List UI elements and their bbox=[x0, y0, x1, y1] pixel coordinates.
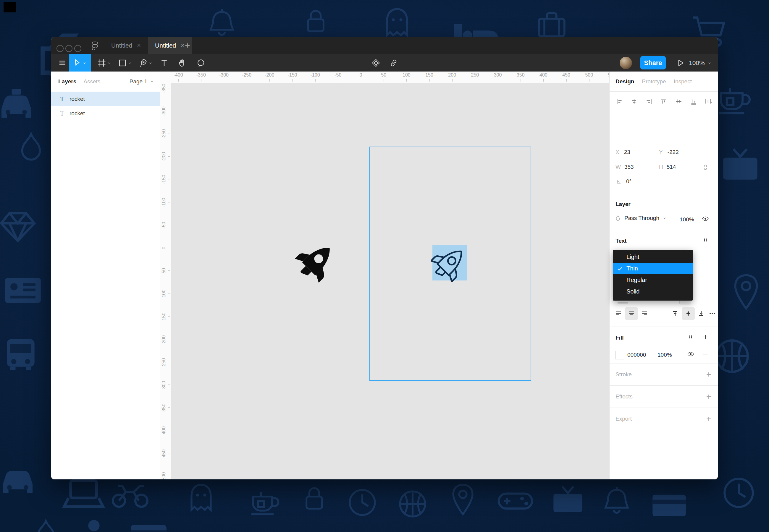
text-align-left-button[interactable] bbox=[612, 307, 625, 320]
add-stroke-icon[interactable] bbox=[705, 371, 712, 378]
screen-corner-artifact bbox=[4, 2, 16, 12]
text-styles-icon[interactable] bbox=[702, 236, 709, 244]
traffic-light-minimize-button[interactable] bbox=[65, 45, 72, 52]
copy-link-button[interactable] bbox=[387, 54, 400, 72]
page-selector[interactable]: Page 1 bbox=[129, 78, 154, 85]
font-weight-option[interactable]: Regular bbox=[613, 274, 693, 286]
lock-glyph bbox=[299, 4, 333, 38]
ruler-tick: -300 bbox=[212, 72, 236, 78]
ruler-tick-mark bbox=[168, 248, 170, 248]
add-fill-icon[interactable] bbox=[702, 333, 709, 340]
rectangle-icon bbox=[118, 59, 127, 67]
frame-tool-button[interactable] bbox=[95, 54, 114, 72]
remove-fill-icon[interactable] bbox=[702, 351, 709, 358]
align-left-icon[interactable] bbox=[616, 98, 623, 105]
document-tab-label: Untitled bbox=[155, 42, 176, 49]
width-field[interactable]: W 353 bbox=[616, 164, 634, 170]
traffic-light-fullscreen-button[interactable] bbox=[74, 45, 81, 52]
align-right-icon[interactable] bbox=[645, 98, 653, 105]
add-effects-icon[interactable] bbox=[705, 393, 712, 400]
bell-glyph bbox=[204, 5, 239, 41]
main-menu-button[interactable] bbox=[55, 54, 69, 72]
move-tool-button[interactable] bbox=[69, 54, 91, 72]
ruler-tick-label: 0 bbox=[161, 236, 166, 260]
add-export-icon[interactable] bbox=[705, 415, 712, 422]
layer-row[interactable]: Trocket bbox=[51, 92, 160, 106]
bell-glyph bbox=[599, 483, 634, 519]
zoom-level-dropdown[interactable]: 100% bbox=[689, 59, 715, 67]
text-align-left-icon bbox=[615, 310, 622, 317]
constrain-proportions-icon[interactable] bbox=[702, 164, 709, 171]
ruler-tick: 300 bbox=[160, 373, 171, 396]
x-value: 23 bbox=[624, 149, 630, 155]
text-align-center-button[interactable] bbox=[625, 307, 638, 320]
ruler-tick-mark bbox=[168, 179, 170, 179]
layer-visibility-eye-icon[interactable] bbox=[702, 215, 709, 222]
comment-tool-button[interactable] bbox=[194, 54, 208, 72]
create-component-button[interactable] bbox=[369, 54, 382, 72]
fill-styles-icon[interactable] bbox=[687, 333, 694, 340]
vertical-align-top-button[interactable] bbox=[669, 307, 682, 320]
ruler-tick-label: -150 bbox=[280, 72, 304, 78]
user-avatar[interactable] bbox=[620, 57, 632, 69]
align-horizontal-center-icon[interactable] bbox=[630, 98, 638, 105]
present-button[interactable] bbox=[674, 54, 687, 72]
tv-glyph bbox=[717, 143, 763, 189]
teacup-icon bbox=[714, 78, 754, 118]
ruler-tick: -250 bbox=[160, 122, 171, 145]
font-weight-option[interactable]: Solid bbox=[613, 286, 693, 297]
ruler-tick-mark bbox=[224, 79, 224, 82]
text-align-right-button[interactable] bbox=[638, 307, 651, 320]
share-button[interactable]: Share bbox=[640, 56, 666, 69]
fill-opacity-value[interactable]: 100% bbox=[658, 352, 672, 358]
hand-tool-button[interactable] bbox=[175, 54, 190, 72]
tab-prototype[interactable]: Prototype bbox=[642, 78, 666, 85]
x-position-field[interactable]: X 23 bbox=[616, 149, 630, 155]
blend-mode-dropdown[interactable]: Pass Through bbox=[614, 215, 667, 222]
align-vertical-center-icon[interactable] bbox=[675, 98, 683, 105]
layer-row[interactable]: Trocket bbox=[51, 106, 160, 121]
toolbar: Share 100% bbox=[51, 54, 718, 72]
type-details-ellipsis-icon[interactable] bbox=[709, 310, 716, 317]
rocket-solid-glyph[interactable] bbox=[294, 239, 339, 283]
shape-tool-button[interactable] bbox=[116, 54, 135, 72]
layer-opacity-value[interactable]: 100% bbox=[680, 216, 694, 223]
tidy-up-icon[interactable] bbox=[705, 98, 712, 105]
canvas[interactable]: -400-350-300-250-200-150-100-50050100150… bbox=[160, 72, 609, 479]
height-field[interactable]: H 514 bbox=[659, 164, 676, 170]
tab-design[interactable]: Design bbox=[616, 78, 634, 85]
font-weight-option-selected[interactable]: Thin bbox=[613, 263, 693, 274]
map-pin-glyph bbox=[726, 272, 766, 312]
ruler-tick-mark bbox=[430, 79, 430, 82]
y-position-field[interactable]: Y -222 bbox=[659, 149, 679, 155]
font-weight-option[interactable]: Light bbox=[613, 251, 693, 263]
fill-visibility-eye-icon[interactable] bbox=[687, 351, 694, 358]
rotation-field[interactable]: 0° bbox=[616, 178, 632, 185]
height-value: 514 bbox=[667, 164, 676, 170]
vertical-align-middle-button[interactable] bbox=[682, 307, 695, 320]
new-tab-button[interactable]: + bbox=[181, 37, 194, 54]
align-top-icon[interactable] bbox=[660, 98, 668, 105]
rocket-thin-glyph[interactable] bbox=[431, 244, 469, 282]
chevron-down-icon bbox=[82, 61, 87, 65]
tab-inspect[interactable]: Inspect bbox=[674, 78, 692, 85]
rotation-value: 0° bbox=[626, 178, 632, 185]
fill-hex-value[interactable]: 000000 bbox=[627, 352, 646, 358]
ruler-tick-label: 250 bbox=[463, 72, 487, 78]
align-bottom-icon[interactable] bbox=[690, 98, 697, 105]
x-label: X bbox=[616, 149, 619, 155]
text-tool-button[interactable] bbox=[157, 54, 171, 72]
ghost-glyph bbox=[378, 4, 416, 41]
section-export: Export bbox=[610, 408, 718, 430]
panel-tab-assets[interactable]: Assets bbox=[83, 78, 100, 85]
traffic-light-close-button[interactable] bbox=[56, 45, 64, 52]
tab-close-icon[interactable]: × bbox=[137, 42, 141, 49]
vertical-align-bottom-button[interactable] bbox=[695, 307, 708, 320]
ruler-tick-label: 550 bbox=[600, 72, 609, 78]
layer-list: TrocketTrocket bbox=[51, 92, 160, 121]
window-titlebar: Untitled×Untitled× + bbox=[51, 37, 718, 54]
panel-tab-layers[interactable]: Layers bbox=[58, 78, 76, 85]
fill-color-swatch[interactable] bbox=[616, 351, 624, 359]
pen-tool-button[interactable] bbox=[136, 54, 155, 72]
document-tab[interactable]: Untitled× bbox=[104, 37, 148, 54]
